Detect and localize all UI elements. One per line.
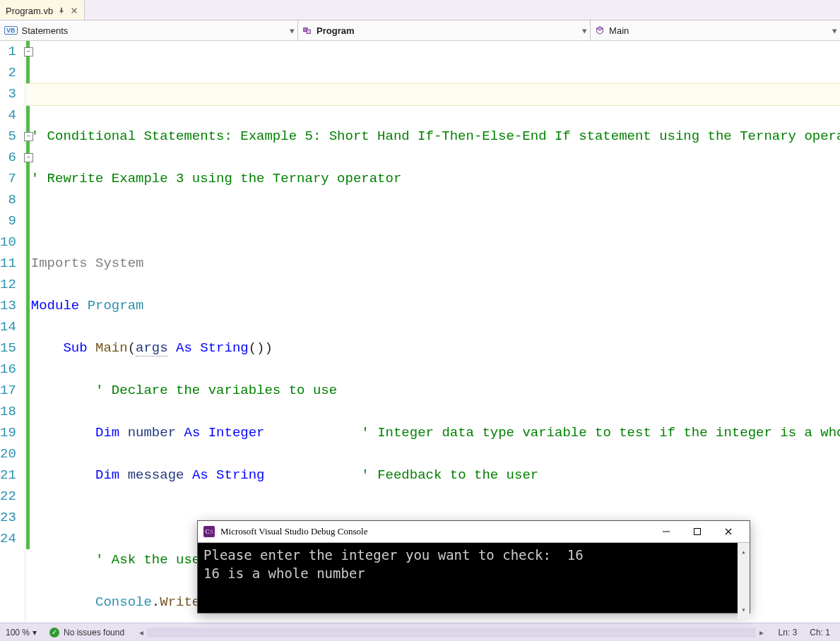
tok-keyword: As [192,467,208,483]
chevron-down-icon: ▾ [582,25,587,36]
tok-keyword: Dim [95,467,119,483]
tok-type: Program [88,298,144,313]
document-tab-strip: Program.vb [0,0,840,20]
tok-type: Console [95,594,152,610]
console-title-bar[interactable]: C:\ Microsoft Visual Studio Debug Consol… [198,521,750,543]
tok-keyword: As [184,425,200,441]
tok-paren: () [249,340,265,356]
tok-method: Main [95,340,128,356]
scroll-down-icon[interactable]: ▾ [741,601,745,619]
chevron-down-icon: ▾ [832,25,837,36]
tab-program-vb[interactable]: Program.vb [0,0,85,20]
close-button[interactable] [713,521,744,542]
nav-class-dropdown[interactable]: Program ▾ [298,20,591,40]
tok-type: Integer [208,425,265,441]
tok-param: args [136,340,168,357]
nav-member-label: Main [609,25,629,36]
tok-var: number [128,425,176,441]
code-comment: ' Integer data type variable to test if … [361,425,840,441]
tok-type: String [216,467,264,483]
nav-class-label: Program [317,25,354,36]
console-app-icon: C:\ [203,526,215,537]
pin-icon[interactable] [57,6,66,15]
tok-namespace: System [95,256,143,271]
tok-var: message [128,467,184,483]
tok-type: String [200,340,248,356]
current-line-highlight [25,83,840,106]
method-icon [595,25,605,35]
debug-console-window[interactable]: C:\ Microsoft Visual Studio Debug Consol… [197,520,750,613]
svg-rect-2 [307,30,310,33]
nav-scope-dropdown[interactable]: VB Statements ▾ [0,20,298,40]
class-icon [302,25,312,35]
console-output[interactable]: Please enter the integer you want to che… [198,543,750,619]
console-line: Please enter the integer you want to che… [203,547,584,563]
tok-keyword: Dim [95,425,119,441]
code-comment: ' Conditional Statements: Example 5: Sho… [31,128,840,144]
tok-keyword: As [176,340,192,356]
scroll-up-icon[interactable]: ▴ [741,543,745,561]
nav-member-dropdown[interactable]: Main ▾ [591,20,840,40]
tok-keyword: Imports [31,256,88,271]
tok-keyword: Sub [63,340,87,356]
svg-rect-0 [61,12,62,14]
line-number-gutter: 123456 789101112 131415161718 1920212223… [0,41,25,625]
tok-keyword: Module [31,298,79,313]
nav-scope-label: Statements [22,25,69,36]
console-title-text: Microsoft Visual Studio Debug Console [220,526,367,537]
code-comment: ' Feedback to the user [361,467,538,483]
tok-method: Write [160,594,200,610]
code-comment: ' Rewrite Example 3 using the Ternary op… [31,171,402,186]
code-comment: ' Declare the variables to use [95,383,337,398]
close-icon[interactable] [70,6,78,15]
navigation-bar: VB Statements ▾ Program ▾ Main ▾ [0,20,840,41]
console-scrollbar[interactable]: ▴ ▾ [738,543,750,619]
tab-filename: Program.vb [6,6,53,16]
chevron-down-icon: ▾ [290,25,295,36]
vb-badge-icon: VB [4,26,18,35]
svg-rect-3 [694,529,701,535]
minimize-button[interactable] [651,521,682,542]
zoom-label: 100 % [6,628,30,637]
console-line: 16 is a whole number [203,565,365,581]
maximize-button[interactable] [682,521,713,542]
